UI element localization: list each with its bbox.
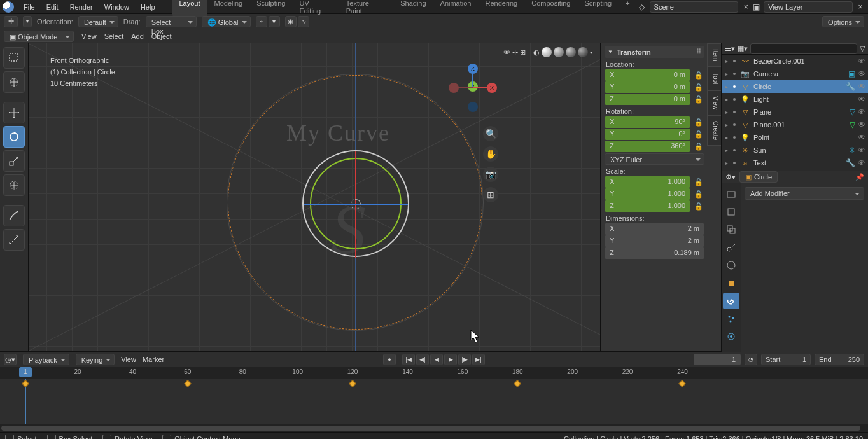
use-preview-range-icon[interactable]: ◔ <box>745 354 757 365</box>
scale-tool[interactable] <box>3 150 25 172</box>
rotation-x-field[interactable]: X90° <box>605 116 690 128</box>
keying-menu[interactable]: Keying <box>76 354 115 365</box>
transform-tool[interactable] <box>3 174 25 196</box>
timeline-tracks[interactable]: 1 <box>0 379 868 424</box>
eye-icon[interactable]: 👁 <box>858 95 865 104</box>
modifier-icon[interactable]: 🔧 <box>846 82 855 91</box>
viewlayer-name-field[interactable]: View Layer <box>764 1 853 13</box>
outliner-item[interactable]: ▸📷Camera▣👁 <box>722 67 868 80</box>
outliner-item[interactable]: ▸▽Circle🔧👁 <box>722 80 868 93</box>
shading-solid-icon[interactable] <box>554 47 564 57</box>
nav-gizmo[interactable]: X Y Z <box>447 62 498 113</box>
timeline-editor-icon[interactable]: ◷▾ <box>4 354 17 365</box>
data-icon[interactable]: ▽ <box>850 120 855 129</box>
menu-help[interactable]: Help <box>135 1 161 13</box>
data-icon[interactable]: ▽ <box>850 108 855 116</box>
timeline-scrollbar[interactable] <box>0 424 868 432</box>
scale-z-field[interactable]: Z1.000 <box>605 200 690 212</box>
eye-icon[interactable]: 👁 <box>858 69 865 78</box>
camera-active-icon[interactable]: ▣ <box>848 69 855 78</box>
dim-x-field[interactable]: X2 m <box>605 223 704 235</box>
dim-z-field[interactable]: Z0.189 m <box>605 247 704 259</box>
outliner-item[interactable]: ▸☀Sun✳👁 <box>722 144 868 157</box>
location-z-field[interactable]: Z0 m <box>605 94 690 105</box>
props-tab-world[interactable] <box>723 257 739 274</box>
xray-toggle-icon[interactable]: ◐ <box>533 48 540 57</box>
cursor-tool[interactable] <box>3 71 25 93</box>
snap-menu-icon[interactable]: ▾ <box>269 16 280 27</box>
eye-icon[interactable]: 👁 <box>858 82 865 91</box>
proportional-menu-icon[interactable]: ∿ <box>298 16 309 27</box>
props-editor-icon[interactable]: ⚙▾ <box>725 173 736 181</box>
keyframe-diamond-icon[interactable] <box>22 380 29 387</box>
jump-start-icon[interactable]: |◀ <box>402 354 415 365</box>
lock-icon[interactable]: 🔓 <box>693 69 704 81</box>
lock-icon[interactable]: 🔓 <box>693 141 704 152</box>
outliner-item[interactable]: ▸💡Light👁 <box>722 93 868 106</box>
tab-scripting[interactable]: Scripting <box>577 0 619 17</box>
outliner-item[interactable]: ▸▽Plane▽👁 <box>722 106 868 118</box>
rotation-y-field[interactable]: Y0° <box>605 129 690 140</box>
cursor-dropdown-icon[interactable]: ▾ <box>23 16 32 27</box>
add-menu[interactable]: Add <box>131 32 144 40</box>
location-x-field[interactable]: X0 m <box>605 69 690 81</box>
transform-panel-header[interactable]: ▼ Transform ⠿ <box>605 46 704 58</box>
eye-icon[interactable]: 👁 <box>858 120 865 129</box>
collapse-triangle-icon[interactable]: ▼ <box>608 49 613 55</box>
3d-viewport[interactable]: My Curve S Front Orthographic (1) Collec… <box>29 43 600 351</box>
annotate-tool[interactable] <box>3 205 25 226</box>
proportional-edit-icon[interactable]: ◉ <box>285 16 297 27</box>
start-frame-field[interactable]: Start1 <box>761 354 811 365</box>
lock-icon[interactable]: 🔓 <box>693 176 704 188</box>
menu-render[interactable]: Render <box>64 1 99 13</box>
play-reverse-icon[interactable]: ◀ <box>430 354 443 365</box>
dim-y-field[interactable]: Y2 m <box>605 235 704 247</box>
props-tab-output[interactable] <box>723 204 739 220</box>
snap-toggle-icon[interactable]: ⌁ <box>256 16 267 27</box>
view-selectability-icon[interactable]: 👁 <box>503 48 510 56</box>
sidebar-tab-view[interactable]: View <box>707 90 721 116</box>
current-frame-field[interactable]: 1 <box>694 354 741 365</box>
props-tab-object[interactable] <box>723 275 739 291</box>
scale-y-field[interactable]: Y1.000 <box>605 188 690 200</box>
tab-add[interactable]: + <box>619 0 636 17</box>
props-tab-physics[interactable] <box>723 328 739 345</box>
shading-matprev-icon[interactable] <box>566 47 576 57</box>
eye-icon[interactable]: 👁 <box>858 158 865 167</box>
tl-marker-menu[interactable]: Marker <box>143 356 164 363</box>
props-tab-particles[interactable] <box>723 310 739 327</box>
rotation-z-field[interactable]: Z360° <box>605 141 690 152</box>
tab-compositing[interactable]: Compositing <box>524 0 577 17</box>
drag-dropdown[interactable]: Select Box <box>146 16 197 27</box>
props-tab-modifiers[interactable] <box>723 293 739 309</box>
scene-close-icon[interactable]: × <box>741 2 751 12</box>
props-tab-render[interactable] <box>723 186 739 202</box>
shading-rendered-icon[interactable] <box>578 47 588 57</box>
outliner-editor-icon[interactable]: ☰▾ <box>725 45 735 53</box>
props-tab-scene[interactable] <box>723 239 739 256</box>
props-tab-viewlayer[interactable] <box>723 221 739 238</box>
overlay-toggle-icon[interactable]: ⊞ <box>520 48 526 57</box>
keyframe-diamond-icon[interactable] <box>184 380 191 387</box>
viewlayer-close-icon[interactable]: × <box>855 2 865 12</box>
tab-layout[interactable]: Layout <box>172 0 207 17</box>
menu-window[interactable]: Window <box>99 1 135 13</box>
add-modifier-dropdown[interactable]: Add Modifier <box>745 187 864 200</box>
eye-icon[interactable]: 👁 <box>858 133 865 142</box>
lock-icon[interactable]: 🔓 <box>693 116 704 128</box>
tab-sculpting[interactable]: Sculpting <box>249 0 292 17</box>
outliner-display-icon[interactable]: ▦▾ <box>738 45 748 53</box>
outliner-search-input[interactable] <box>750 43 857 54</box>
eye-icon[interactable]: 👁 <box>858 146 865 155</box>
jump-prev-key-icon[interactable]: ◀| <box>416 354 429 365</box>
outliner-item[interactable]: ▸▽Plane.001▽👁 <box>722 118 868 131</box>
lock-icon[interactable]: 🔓 <box>693 81 704 93</box>
tab-shading[interactable]: Shading <box>393 0 433 17</box>
data-icon[interactable]: ✳ <box>849 146 855 155</box>
outliner-item[interactable]: ▸aText🔧👁 <box>722 157 868 169</box>
options-dropdown[interactable]: Options <box>822 16 864 27</box>
measure-tool[interactable] <box>3 229 25 251</box>
jump-end-icon[interactable]: ▶| <box>472 354 485 365</box>
perspective-toggle-icon[interactable]: ⊞ <box>483 187 498 202</box>
keyframe-diamond-icon[interactable] <box>679 380 686 387</box>
